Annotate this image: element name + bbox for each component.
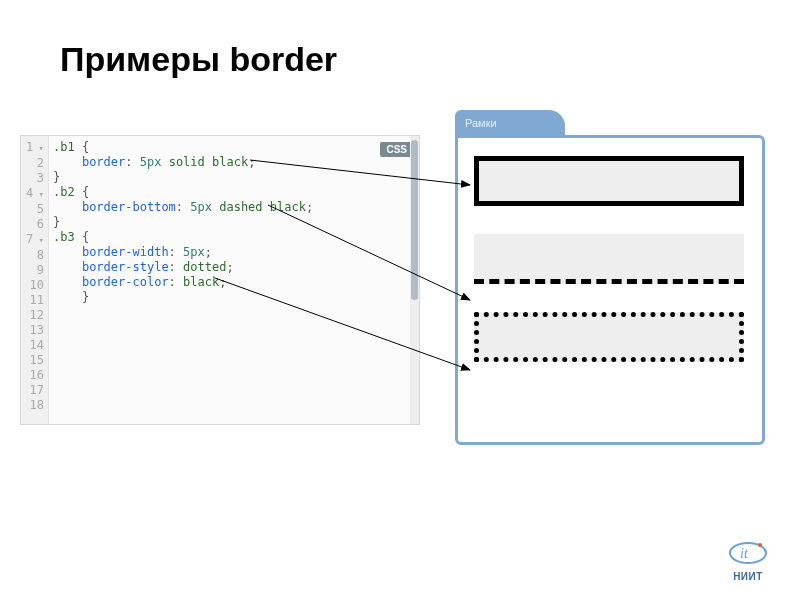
line-num: 4 ▾ bbox=[21, 186, 44, 202]
code-body: .b1 { border: 5px solid black; } .b2 { b… bbox=[53, 136, 409, 424]
demo-box-solid bbox=[474, 156, 744, 206]
demo-box-dotted bbox=[474, 312, 744, 362]
line-num: 15 bbox=[21, 353, 44, 368]
scrollbar[interactable] bbox=[410, 136, 419, 424]
logo-icon: it bbox=[726, 539, 770, 567]
logo: it НИИТ bbox=[726, 539, 770, 582]
line-num: 2 bbox=[21, 156, 44, 171]
svg-text:it: it bbox=[740, 546, 749, 561]
preview-area bbox=[458, 138, 762, 408]
line-num: 8 bbox=[21, 248, 44, 263]
line-num: 6 bbox=[21, 217, 44, 232]
line-num: 10 bbox=[21, 278, 44, 293]
line-num: 18 bbox=[21, 398, 44, 413]
css-badge: CSS bbox=[380, 142, 413, 157]
line-num: 14 bbox=[21, 338, 44, 353]
line-num: 11 bbox=[21, 293, 44, 308]
line-num: 9 bbox=[21, 263, 44, 278]
line-num: 13 bbox=[21, 323, 44, 338]
line-num: 5 bbox=[21, 202, 44, 217]
line-num: 3 bbox=[21, 171, 44, 186]
svg-point-5 bbox=[758, 543, 762, 547]
line-num: 16 bbox=[21, 368, 44, 383]
line-num: 17 bbox=[21, 383, 44, 398]
line-gutter: 1 ▾ 2 3 4 ▾ 5 6 7 ▾ 8 9 10 11 12 13 14 1… bbox=[21, 136, 49, 424]
logo-text: НИИТ bbox=[726, 571, 770, 582]
browser-tab: Рамки bbox=[455, 110, 565, 138]
line-num: 12 bbox=[21, 308, 44, 323]
slide-title: Примеры border bbox=[60, 40, 337, 79]
demo-box-dashed-bottom bbox=[474, 234, 744, 284]
line-num: 7 ▾ bbox=[21, 232, 44, 248]
code-panel: 1 ▾ 2 3 4 ▾ 5 6 7 ▾ 8 9 10 11 12 13 14 1… bbox=[20, 135, 420, 425]
browser-preview: Рамки bbox=[455, 135, 765, 445]
line-num: 1 ▾ bbox=[21, 140, 44, 156]
scroll-thumb[interactable] bbox=[411, 140, 418, 300]
